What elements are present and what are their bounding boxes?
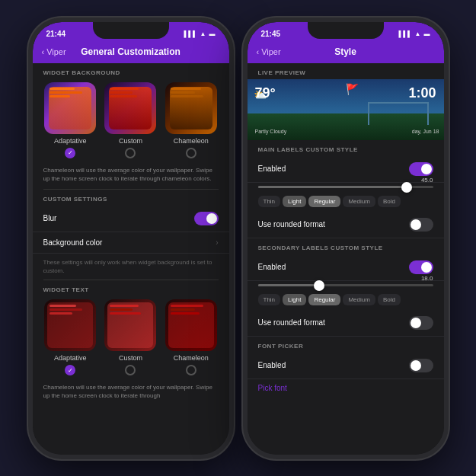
main-slider-thumb[interactable] [401, 182, 412, 193]
widget-option-adaptative[interactable]: Adaptative [44, 82, 96, 158]
phone-2-inner: 21:45 ▌▌▌ ▲ ▬ ‹ Viper Style LIVE PREVIEW [248, 22, 444, 455]
radio-chameleon-1[interactable] [186, 148, 196, 158]
widget-text-desc: Chameleon will use the average color of … [33, 380, 229, 406]
widget-text-chameleon[interactable]: Chameleon [165, 299, 217, 375]
main-enabled-row: Enabled [248, 156, 444, 183]
chevron-left-icon: ‹ [42, 47, 45, 56]
preview-bridge [368, 102, 429, 125]
widget-option-chameleon-1[interactable]: Chameleon [165, 82, 217, 158]
sec-slider-row: 18.0 [248, 281, 444, 291]
thumb-chameleon-2 [165, 299, 217, 351]
main-slider-fill [258, 186, 407, 188]
font-tab-regular-2[interactable]: Regular [308, 294, 340, 305]
sec-font-tabs: Thin Light Regular Medium Bold [248, 291, 444, 310]
nav-bar-2: ‹ Viper Style [248, 43, 444, 63]
font-tab-thin-2[interactable]: Thin [258, 294, 281, 305]
sec-rounded-toggle[interactable] [409, 316, 433, 330]
font-tab-thin-1[interactable]: Thin [258, 196, 281, 207]
main-slider-row: 45.0 [248, 183, 444, 193]
screen-content-2: LIVE PREVIEW ⛅ 🚩 79° 1:00 Partly Cloudy … [248, 63, 444, 453]
font-tab-regular-1[interactable]: Regular [308, 196, 340, 207]
flag-icon: 🚩 [346, 83, 359, 95]
radio-adaptative-1[interactable] [65, 148, 75, 158]
sec-enabled-toggle[interactable] [409, 260, 433, 274]
font-tab-bold-2[interactable]: Bold [378, 294, 401, 305]
main-rounded-row: Use rounded format [248, 212, 444, 238]
bg-color-row[interactable]: Background color › [33, 232, 229, 254]
status-icons-1: ▌▌▌ ▲ ▬ [184, 30, 216, 37]
main-font-tabs: Thin Light Regular Medium Bold [248, 193, 444, 212]
font-enabled-label: Enabled [258, 361, 286, 369]
thumb-custom-2 [104, 299, 156, 351]
font-enabled-row: Enabled [248, 353, 444, 379]
font-tab-light-1[interactable]: Light [283, 196, 306, 207]
section-font-picker: FONT PICKER [248, 337, 444, 353]
section-widget-bg: WIDGET BACKGROUND [33, 63, 229, 79]
widget-text-custom[interactable]: Custom [104, 299, 156, 375]
mini-chameleon-2 [168, 302, 214, 348]
custom-settings-note: These settings will only work when widge… [33, 254, 229, 280]
mini-adaptative [47, 85, 93, 131]
label-adaptative-1: Adaptative [54, 137, 87, 145]
font-tab-medium-1[interactable]: Medium [343, 196, 375, 207]
preview-date: day, Jun 18 [412, 129, 439, 134]
sec-slider-track[interactable]: 18.0 [258, 284, 433, 286]
nav-bar-1: ‹ Viper General Customization [33, 43, 229, 63]
thumb-adapt-2 [44, 299, 96, 351]
main-slider-value: 45.0 [421, 177, 433, 184]
chevron-right-icon: › [216, 238, 218, 247]
mini-adapt-2 [47, 302, 93, 348]
back-button-2[interactable]: ‹ Viper [257, 47, 281, 56]
phone-1: 21:44 ▌▌▌ ▲ ▬ ‹ Viper General Customizat… [28, 18, 234, 459]
widget-option-custom-1[interactable]: Custom [104, 82, 156, 158]
font-tab-bold-1[interactable]: Bold [378, 196, 401, 207]
blur-row[interactable]: Blur [33, 206, 229, 232]
radio-custom-2[interactable] [125, 365, 136, 375]
widget-bg-options: Adaptative Custom [33, 79, 229, 163]
back-label-1: Viper [46, 47, 65, 56]
nav-title-1: General Customization [81, 46, 180, 57]
radio-custom-1[interactable] [125, 148, 136, 158]
label-chameleon-1: Chameleon [174, 137, 209, 145]
chevron-left-icon-2: ‹ [257, 47, 260, 56]
label-chameleon-2: Chameleon [174, 354, 209, 362]
main-enabled-toggle[interactable] [409, 162, 433, 176]
notch-2 [308, 22, 384, 39]
section-widget-text: WIDGET TEXT [33, 280, 229, 296]
mini-custom-1 [107, 85, 153, 131]
thumb-custom-1 [104, 82, 156, 134]
font-enabled-toggle[interactable] [409, 359, 433, 372]
sec-rounded-label: Use rounded format [258, 318, 325, 327]
status-time-2: 21:45 [261, 30, 281, 38]
blur-toggle[interactable] [194, 212, 219, 225]
section-main-labels: MAIN LABELS CUSTOM STYLE [248, 140, 444, 156]
section-custom-settings: CUSTOM SETTINGS [33, 190, 229, 206]
sec-enabled-label: Enabled [258, 263, 286, 271]
thumb-chameleon-1 [165, 82, 217, 134]
wifi-icon: ▲ [200, 30, 206, 37]
phone-2: 21:45 ▌▌▌ ▲ ▬ ‹ Viper Style LIVE PREVIEW [243, 18, 449, 459]
battery-icon: ▬ [209, 30, 216, 37]
sec-enabled-row: Enabled [248, 254, 444, 281]
battery-icon-2: ▬ [424, 30, 430, 37]
preview-weather: Partly Cloudy [255, 129, 287, 134]
font-tab-light-2[interactable]: Light [283, 294, 306, 305]
radio-adapt-2[interactable] [65, 365, 75, 375]
bg-color-label: Background color [43, 238, 103, 247]
sec-slider-thumb[interactable] [314, 280, 324, 291]
section-live-preview: LIVE PREVIEW [248, 63, 444, 79]
radio-chameleon-2[interactable] [186, 365, 196, 375]
main-rounded-label: Use rounded format [258, 220, 325, 228]
main-rounded-toggle[interactable] [409, 218, 433, 232]
widget-text-adaptative[interactable]: Adaptative [44, 299, 96, 375]
back-label-2: Viper [261, 47, 280, 56]
screen-content-1: WIDGET BACKGROUND Adaptative [33, 63, 229, 453]
main-slider-track[interactable]: 45.0 [258, 186, 433, 188]
label-custom-1: Custom [119, 137, 142, 145]
thumb-adaptative-1 [44, 82, 96, 134]
main-enabled-label: Enabled [258, 165, 286, 173]
pick-font-link[interactable]: Pick font [248, 379, 444, 397]
back-button-1[interactable]: ‹ Viper [42, 47, 66, 56]
font-tab-medium-2[interactable]: Medium [343, 294, 375, 305]
wifi-icon-2: ▲ [415, 30, 421, 37]
